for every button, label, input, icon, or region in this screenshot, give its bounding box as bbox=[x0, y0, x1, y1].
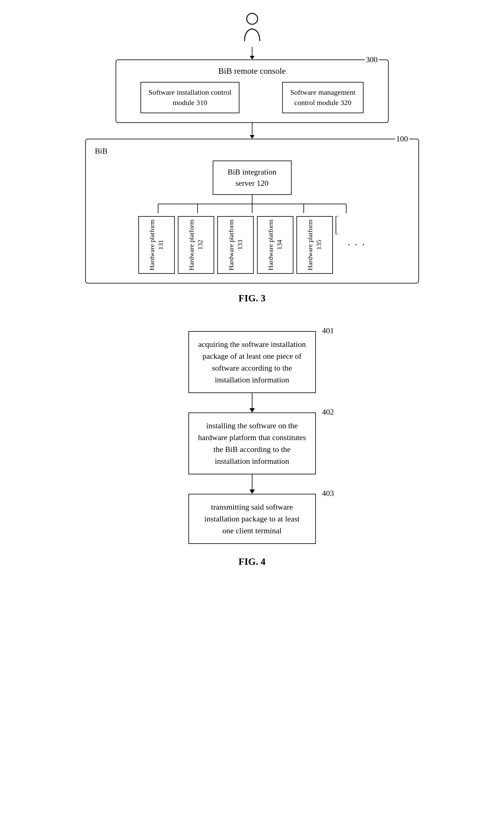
tree-connector bbox=[138, 195, 366, 213]
hw-platform-131: Hardware platform 131 bbox=[138, 216, 175, 274]
flow-step3-wrapper: transmitting said software installation … bbox=[188, 494, 316, 544]
flow-step2: installing the software on the hardware … bbox=[188, 412, 316, 474]
flow-step3-id: 403 bbox=[322, 489, 334, 498]
flow-step3: transmitting said software installation … bbox=[188, 494, 316, 544]
flow-step2-id: 402 bbox=[322, 408, 334, 417]
flow-step1-wrapper: acquiring the software installation pack… bbox=[188, 331, 316, 393]
flow-step2-text: installing the software on the hardware … bbox=[198, 421, 306, 466]
arrow-300-to-100 bbox=[250, 123, 255, 139]
arrow-person-to-300 bbox=[250, 47, 255, 59]
integration-server-box: BiB integrationserver 120 bbox=[213, 161, 292, 195]
bib-remote-title: BiB remote console bbox=[125, 66, 379, 76]
flow-step1: acquiring the software installation pack… bbox=[188, 331, 316, 393]
hw-platform-135: Hardware platform 135 bbox=[296, 216, 333, 274]
svg-point-0 bbox=[247, 13, 258, 24]
flow-step3-text: transmitting said software installation … bbox=[205, 503, 299, 535]
label-100: 100 bbox=[395, 134, 409, 144]
modules-row: Software installation controlmodule 310 … bbox=[125, 82, 379, 113]
more-bracket bbox=[335, 216, 341, 234]
flow-step1-id: 401 bbox=[322, 326, 334, 335]
fig4-caption: FIG. 4 bbox=[238, 556, 266, 567]
label-300: 300 bbox=[365, 55, 379, 64]
arrow-step1-to-step2 bbox=[249, 393, 255, 412]
flow-step1-text: acquiring the software installation pack… bbox=[198, 340, 306, 384]
arrow-step2-to-step3 bbox=[249, 474, 255, 494]
hw-platform-134: Hardware platform 134 bbox=[257, 216, 293, 274]
module-software-management: Software managementcontrol module 320 bbox=[282, 82, 363, 113]
bib-label: BiB bbox=[95, 147, 409, 156]
person-icon bbox=[238, 12, 266, 47]
box-300: 300 BiB remote console Software installa… bbox=[116, 59, 389, 123]
hw-platform-133: Hardware platform 133 bbox=[217, 216, 254, 274]
flow-step2-wrapper: installing the software on the hardware … bbox=[188, 412, 316, 474]
box-100: 100 BiB BiB integrationserver 120 bbox=[85, 139, 419, 283]
fig3-diagram: 300 BiB remote console Software installa… bbox=[18, 12, 486, 319]
fig3-caption: FIG. 3 bbox=[238, 293, 266, 304]
fig4-diagram: acquiring the software installation pack… bbox=[18, 331, 486, 582]
hw-platforms-row: Hardware platform 131 Hardware platform … bbox=[138, 216, 366, 274]
hw-platform-132: Hardware platform 132 bbox=[178, 216, 214, 274]
module-software-installation: Software installation controlmodule 310 bbox=[140, 82, 239, 113]
dots: · · · bbox=[347, 239, 366, 250]
